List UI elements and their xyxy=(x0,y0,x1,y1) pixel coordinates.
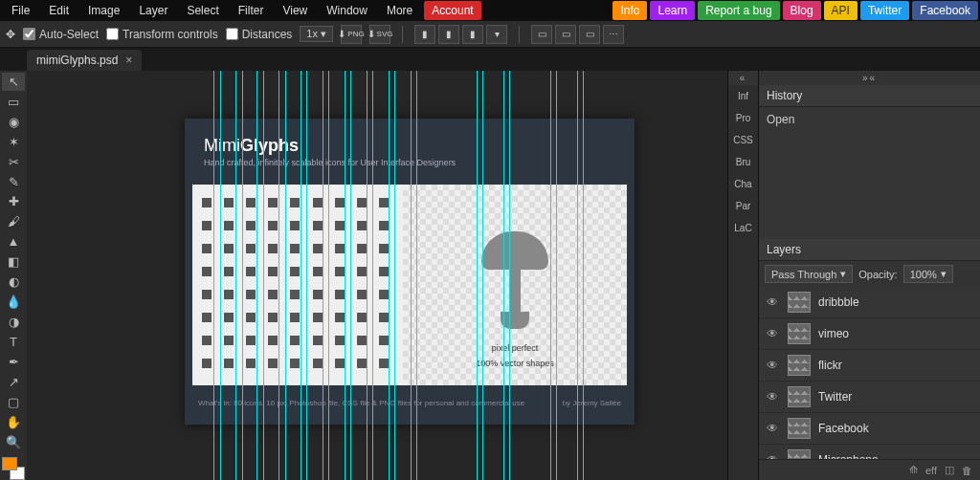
pill-twitter[interactable]: Twitter xyxy=(860,1,909,20)
pill-api[interactable]: API xyxy=(824,1,858,20)
brush-tool[interactable]: 🖌 xyxy=(2,212,25,230)
panel-tab-character[interactable]: Cha xyxy=(728,173,758,195)
document-tab-label: mimiGlyphs.psd xyxy=(36,54,118,67)
menu-select[interactable]: Select xyxy=(177,0,228,21)
path-tool[interactable]: ↗ xyxy=(2,373,25,391)
visibility-icon[interactable]: 👁 xyxy=(767,327,780,340)
menu-layer[interactable]: Layer xyxy=(129,0,177,21)
layer-row[interactable]: 👁vimeo xyxy=(759,318,980,350)
foreground-swatch[interactable] xyxy=(2,457,17,470)
align-center-button[interactable]: ▮ xyxy=(438,25,459,44)
type-tool[interactable]: T xyxy=(2,333,25,351)
distances-checkbox[interactable]: Distances xyxy=(226,28,293,41)
document-artwork: MimiGlyphs Hand crafted, infinitely scal… xyxy=(185,119,635,425)
align-left-button[interactable]: ▮ xyxy=(414,25,435,44)
layer-foot-btn-2[interactable]: eff xyxy=(925,465,937,476)
canvas[interactable]: MimiGlyphs Hand crafted, infinitely scal… xyxy=(27,71,727,480)
layer-name: flickr xyxy=(818,359,842,372)
hand-tool[interactable]: ✋ xyxy=(2,413,25,431)
close-tab-icon[interactable]: × xyxy=(125,54,132,67)
layer-row[interactable]: 👁Facebook xyxy=(759,413,980,445)
visibility-icon[interactable]: 👁 xyxy=(767,390,780,404)
pill-report-bug[interactable]: Report a bug xyxy=(698,1,779,20)
auto-select-checkbox[interactable]: Auto-Select xyxy=(23,28,99,41)
heal-tool[interactable]: ✚ xyxy=(2,193,25,211)
layer-thumbnail xyxy=(788,418,811,439)
dist-h-button[interactable]: ▭ xyxy=(531,25,552,44)
align-more-button[interactable]: ▾ xyxy=(486,25,507,44)
panel-tab-properties[interactable]: Pro xyxy=(728,107,758,129)
shape-tool[interactable]: ▢ xyxy=(2,393,25,411)
eyedropper-tool[interactable]: ✎ xyxy=(2,173,25,191)
move-tool[interactable]: ↖ xyxy=(2,73,25,91)
history-panel-header[interactable]: History xyxy=(759,85,980,107)
document-tab[interactable]: mimiGlyphs.psd × xyxy=(27,50,142,71)
layer-thumbnail xyxy=(788,355,811,376)
blend-mode-select[interactable]: Pass Through ▾ xyxy=(765,265,853,283)
stamp-tool[interactable]: ▲ xyxy=(2,232,25,251)
align-group: ▮ ▮ ▮ ▾ xyxy=(414,25,507,44)
menu-edit[interactable]: Edit xyxy=(39,0,78,21)
layers-list: 👁dribbble👁vimeo👁flickr👁Twitter👁Facebook👁… xyxy=(759,287,980,459)
marquee-tool[interactable]: ▭ xyxy=(2,93,25,111)
transform-controls-checkbox[interactable]: Transform controls xyxy=(106,28,218,41)
layer-foot-btn-3[interactable]: ◫ xyxy=(945,464,954,476)
pill-info[interactable]: Info xyxy=(612,1,647,20)
artwork-footer-left: What's in: 80 icons, 16 px, Photoshop fi… xyxy=(198,399,524,407)
history-item[interactable]: Open xyxy=(767,113,972,126)
blur-tool[interactable]: 💧 xyxy=(2,293,25,311)
pen-tool[interactable]: ✒ xyxy=(2,353,25,371)
panel-expand-icon[interactable]: « xyxy=(728,71,758,85)
menu-more[interactable]: More xyxy=(377,0,422,21)
panel-collapse-icon[interactable]: »« xyxy=(759,71,980,85)
export-png-button[interactable]: ⬇PNG xyxy=(341,25,362,44)
visibility-icon[interactable]: 👁 xyxy=(767,295,780,309)
panel-tab-paragraph[interactable]: Par xyxy=(728,195,758,217)
layer-row[interactable]: 👁Microphone xyxy=(759,445,980,459)
export-svg-button[interactable]: ⬇SVG xyxy=(369,25,390,44)
wand-tool[interactable]: ✶ xyxy=(2,133,25,151)
visibility-icon[interactable]: 👁 xyxy=(767,359,780,372)
eraser-tool[interactable]: ◧ xyxy=(2,252,25,271)
menu-filter[interactable]: Filter xyxy=(229,0,274,21)
dist-v-button[interactable]: ▭ xyxy=(555,25,576,44)
menu-file[interactable]: File xyxy=(2,0,39,21)
panel-tab-css[interactable]: CSS xyxy=(728,129,758,151)
layer-foot-btn-1[interactable]: ⟰ xyxy=(909,464,918,476)
panel-tab-layercomps[interactable]: LaC xyxy=(728,217,758,239)
collapsed-panels: « Inf Pro CSS Bru Cha Par LaC xyxy=(727,71,758,480)
gradient-tool[interactable]: ◐ xyxy=(2,273,25,291)
pill-blog[interactable]: Blog xyxy=(783,1,821,20)
panel-tab-brush[interactable]: Bru xyxy=(728,151,758,173)
dist-more-button[interactable]: ⋯ xyxy=(603,25,624,44)
pill-learn[interactable]: Learn xyxy=(650,1,695,20)
color-swatches[interactable] xyxy=(2,457,25,480)
layer-row[interactable]: 👁dribbble xyxy=(759,287,980,318)
layer-thumbnail xyxy=(788,292,811,313)
vector-shapes-label: 100% vector shapes xyxy=(476,359,554,368)
dodge-tool[interactable]: ◑ xyxy=(2,313,25,331)
menu-image[interactable]: Image xyxy=(78,0,129,21)
panel-tab-info[interactable]: Inf xyxy=(728,85,758,107)
layers-panel-header[interactable]: Layers xyxy=(759,239,980,261)
dist-sp-button[interactable]: ▭ xyxy=(579,25,600,44)
zoom-select[interactable]: 1x ▾ xyxy=(300,26,333,42)
opacity-select[interactable]: 100% ▾ xyxy=(903,265,953,283)
align-right-button[interactable]: ▮ xyxy=(462,25,483,44)
menu-account[interactable]: Account xyxy=(424,1,480,20)
zoom-tool[interactable]: 🔍 xyxy=(2,433,25,451)
layers-footer: ⟰ eff ◫ 🗑 xyxy=(759,459,980,480)
layer-name: Twitter xyxy=(818,390,852,404)
lasso-tool[interactable]: ◉ xyxy=(2,113,25,131)
layer-row[interactable]: 👁flickr xyxy=(759,350,980,382)
artwork-preview: pixel perfect 100% vector shapes xyxy=(403,185,627,385)
artwork-subtitle: Hand crafted, infinitely scalable icons … xyxy=(185,158,635,177)
layer-foot-btn-4[interactable]: 🗑 xyxy=(962,465,972,476)
pill-facebook[interactable]: Facebook xyxy=(912,1,978,20)
crop-tool[interactable]: ✂ xyxy=(2,153,25,171)
visibility-icon[interactable]: 👁 xyxy=(767,422,780,435)
menu-window[interactable]: Window xyxy=(317,0,377,21)
distribute-group: ▭ ▭ ▭ ⋯ xyxy=(531,25,624,44)
layer-row[interactable]: 👁Twitter xyxy=(759,382,980,413)
menu-view[interactable]: View xyxy=(273,0,317,21)
